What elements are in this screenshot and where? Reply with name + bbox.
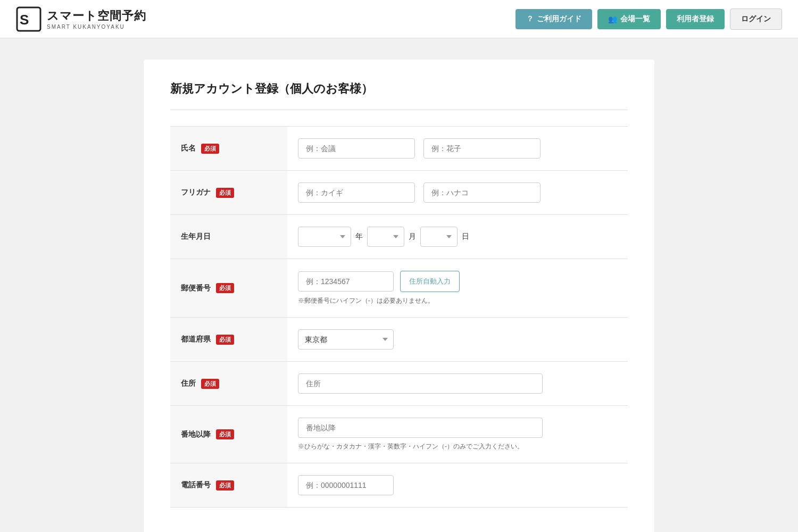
year-select[interactable] [298, 227, 351, 247]
prefecture-row: 都道府県 必須 東京都 大阪府 神奈川県 [170, 318, 628, 362]
birthday-field-cell: 年 月 日 [287, 215, 628, 259]
logo-main-text: スマート空間予約 [47, 8, 146, 24]
name-row: 氏名 必須 [170, 127, 628, 171]
month-select[interactable] [367, 227, 404, 247]
address2-row: 番地以降 必須 ※ひらがな・カタカナ・漢字・英数字・ハイフン（-）のみでご入力く… [170, 406, 628, 463]
address-required-badge: 必須 [201, 379, 219, 389]
people-icon: 👥 [608, 15, 617, 23]
year-label: 年 [355, 232, 363, 242]
postal-required-badge: 必須 [216, 283, 234, 293]
address-row: 住所 必須 [170, 362, 628, 406]
guide-label: ご利用ガイド [537, 14, 581, 24]
login-label: ログイン [741, 14, 771, 24]
name-required-badge: 必須 [201, 144, 219, 154]
header: S スマート空間予約 SMART KUKANYOYAKU ？ ご利用ガイド 👥 … [0, 0, 798, 38]
phone-field-cell [287, 463, 628, 508]
address2-input[interactable] [298, 418, 543, 438]
prefecture-select[interactable]: 東京都 大阪府 神奈川県 [298, 329, 394, 350]
birthday-row: 生年月日 年 月 [170, 215, 628, 259]
address2-label-cell: 番地以降 必須 [170, 406, 287, 463]
postal-input[interactable] [298, 271, 394, 292]
register-label: 利用者登録 [677, 14, 714, 24]
furigana-label: フリガナ [181, 188, 211, 197]
postal-label: 郵便番号 [181, 284, 211, 293]
address-input[interactable] [298, 373, 543, 394]
prefecture-field-cell: 東京都 大阪府 神奈川県 [287, 318, 628, 362]
phone-label: 電話番号 [181, 480, 211, 490]
logo-text: スマート空間予約 SMART KUKANYOYAKU [47, 8, 146, 30]
postal-field-cell: 住所自動入力 ※郵便番号にハイフン（-）は必要ありません。 [287, 259, 628, 318]
venue-label: 会場一覧 [620, 14, 650, 24]
logo-area: S スマート空間予約 SMART KUKANYOYAKU [16, 6, 146, 32]
form-container: 新規アカウント登録（個人のお客様） 氏名 必須 [144, 60, 654, 532]
section-divider [170, 110, 628, 110]
phone-required-badge: 必須 [216, 480, 234, 491]
birthday-label: 生年月日 [181, 232, 211, 242]
month-label: 月 [409, 232, 416, 242]
address-label: 住所 [181, 379, 196, 388]
guide-button[interactable]: ？ ご利用ガイド [516, 9, 592, 29]
furigana-label-cell: フリガナ 必須 [170, 171, 287, 215]
phone-label-cell: 電話番号 必須 [170, 463, 287, 508]
prefecture-required-badge: 必須 [216, 335, 234, 345]
address-field-cell [287, 362, 628, 406]
birthday-label-cell: 生年月日 [170, 215, 287, 259]
header-nav: ？ ご利用ガイド 👥 会場一覧 利用者登録 ログイン [516, 9, 782, 30]
question-icon: ？ [526, 14, 534, 24]
last-name-kana-input[interactable] [298, 182, 415, 203]
postal-hint: ※郵便番号にハイフン（-）は必要ありません。 [298, 296, 617, 305]
first-name-input[interactable] [423, 138, 541, 159]
postal-label-cell: 郵便番号 必須 [170, 259, 287, 318]
address2-hint: ※ひらがな・カタカナ・漢字・英数字・ハイフン（-）のみでご入力ください。 [298, 442, 617, 451]
day-label: 日 [462, 232, 469, 242]
auto-address-button[interactable]: 住所自動入力 [400, 271, 460, 292]
day-select[interactable] [420, 227, 458, 247]
registration-form: 氏名 必須 フリガナ 必須 [170, 126, 628, 508]
name-label-cell: 氏名 必須 [170, 127, 287, 171]
address2-required-badge: 必須 [216, 429, 234, 439]
last-name-input[interactable] [298, 138, 415, 159]
phone-row: 電話番号 必須 [170, 463, 628, 508]
svg-text:S: S [20, 12, 29, 28]
page-title: 新規アカウント登録（個人のお客様） [170, 81, 628, 97]
furigana-required-badge: 必須 [216, 188, 234, 198]
furigana-field-cell [287, 171, 628, 215]
address2-label: 番地以降 [181, 430, 211, 439]
prefecture-label-cell: 都道府県 必須 [170, 318, 287, 362]
login-button[interactable]: ログイン [730, 9, 782, 30]
register-button[interactable]: 利用者登録 [666, 9, 725, 29]
first-name-kana-input[interactable] [423, 182, 541, 203]
venue-button[interactable]: 👥 会場一覧 [597, 9, 661, 29]
postal-row: 郵便番号 必須 住所自動入力 ※郵便番号にハイフン（-）は必要ありません。 [170, 259, 628, 318]
logo-icon: S [16, 6, 41, 32]
furigana-row: フリガナ 必須 [170, 171, 628, 215]
name-label: 氏名 [181, 144, 196, 153]
logo-sub-text: SMART KUKANYOYAKU [47, 24, 146, 30]
prefecture-label: 都道府県 [181, 335, 211, 344]
phone-input[interactable] [298, 475, 394, 495]
address2-field-cell: ※ひらがな・カタカナ・漢字・英数字・ハイフン（-）のみでご入力ください。 [287, 406, 628, 463]
address-label-cell: 住所 必須 [170, 362, 287, 406]
name-field-cell [287, 127, 628, 171]
main-wrapper: 新規アカウント登録（個人のお客様） 氏名 必須 [0, 38, 798, 532]
